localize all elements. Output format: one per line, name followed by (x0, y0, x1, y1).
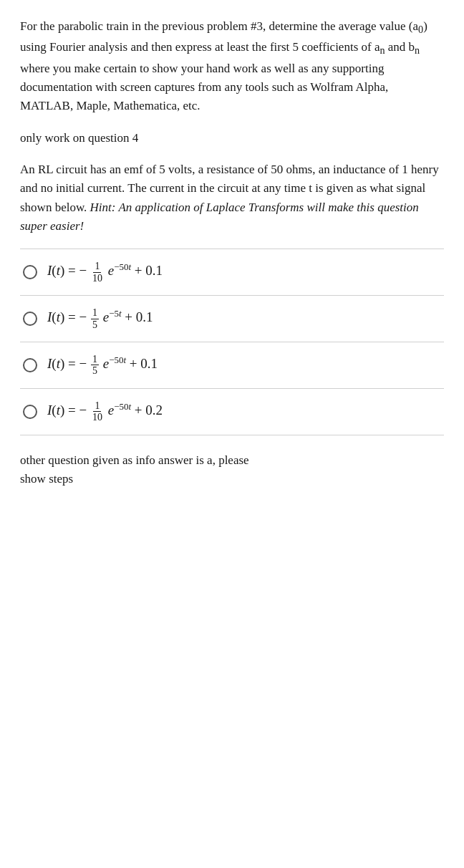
option-row-2[interactable]: I(t) = − 1 5 e−5t + 0.1 (20, 296, 444, 342)
footer-text: other question given as info answer is a… (20, 451, 444, 489)
option-4-formula: I(t) = − 1 10 e−50t + 0.2 (47, 400, 163, 423)
radio-1[interactable] (23, 265, 37, 279)
option-1-formula: I(t) = − 1 10 e−50t + 0.1 (47, 261, 163, 284)
option-row-1[interactable]: I(t) = − 1 10 e−50t + 0.1 (20, 249, 444, 296)
radio-2[interactable] (23, 312, 37, 326)
options-section: I(t) = − 1 10 e−50t + 0.1 I(t) = − 1 5 e… (20, 249, 444, 435)
option-row-4[interactable]: I(t) = − 1 10 e−50t + 0.2 (20, 389, 444, 435)
radio-4[interactable] (23, 405, 37, 419)
rl-circuit-text: An RL circuit has an emf of 5 volts, a r… (20, 160, 444, 236)
problem1-text: For the parabolic train in the previous … (20, 17, 444, 116)
option-3-formula: I(t) = − 1 5 e−50t + 0.1 (47, 354, 158, 377)
radio-3[interactable] (23, 358, 37, 372)
option-row-3[interactable]: I(t) = − 1 5 e−50t + 0.1 (20, 342, 444, 389)
option-2-formula: I(t) = − 1 5 e−5t + 0.1 (47, 307, 153, 330)
show-steps-text: show steps (20, 472, 73, 486)
only-work-text: only work on question 4 (20, 129, 444, 148)
